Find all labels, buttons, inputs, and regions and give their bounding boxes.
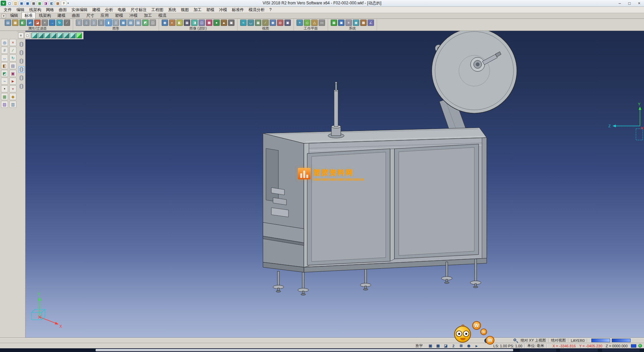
menu-solid-edit[interactable]: 实体编辑 <box>69 7 90 13</box>
menu-flow-analysis[interactable]: 模流分析 <box>246 7 267 13</box>
redraw-icon[interactable]: ▯ <box>76 19 82 26</box>
zoom-previous-icon[interactable]: ▯ <box>98 19 104 26</box>
copy-view-icon[interactable]: ◨ <box>43 1 48 6</box>
workplane-entity-icon[interactable]: △ <box>311 19 318 26</box>
tab-modeling[interactable]: 建模 <box>54 12 68 18</box>
quick-access-caret[interactable]: ▾ <box>67 2 69 5</box>
snapshot-icon[interactable]: ● <box>213 19 220 26</box>
layers-icon[interactable]: ▤ <box>9 62 16 69</box>
menu-modeling[interactable]: 建模 <box>90 7 103 13</box>
shaded-mode-icon[interactable]: ▦ <box>120 19 126 26</box>
workplane-3point-icon[interactable]: ◇ <box>304 19 310 26</box>
menu-system[interactable]: 系统 <box>166 7 178 13</box>
shadow-icon[interactable]: ▦ <box>184 19 190 26</box>
axis-icon[interactable]: + <box>9 85 16 92</box>
palette-icon[interactable]: ▨ <box>1 101 8 108</box>
globe-icon[interactable]: ◉ <box>353 19 359 26</box>
flag-icon[interactable]: ► <box>9 78 16 85</box>
colour-filter-icon[interactable]: ◧ <box>19 19 26 26</box>
right-view-icon[interactable] <box>57 33 63 38</box>
note-icon[interactable]: ▣ <box>9 70 16 77</box>
tab-flow[interactable]: 模流 <box>155 12 169 18</box>
save-all-icon[interactable]: ▦ <box>25 1 30 6</box>
3d-viewport[interactable]: 塑胶资料网 Y X <box>25 31 644 338</box>
colour-table-icon[interactable]: ▦ <box>331 19 337 26</box>
view-mode-label[interactable]: 绝对 XY 上视图 <box>521 338 546 343</box>
reflection-icon[interactable]: ◨ <box>191 19 198 26</box>
absolute-view-label[interactable]: 绝对视图 <box>551 338 566 343</box>
workplane-standard-icon[interactable]: + <box>297 19 303 26</box>
tab-edit[interactable]: 编辑 <box>7 12 21 18</box>
left-view-icon[interactable] <box>51 33 56 38</box>
fill-icon[interactable]: ◩ <box>1 70 8 77</box>
delete-icon[interactable]: × <box>9 39 16 46</box>
minimize-button[interactable]: – <box>615 0 625 6</box>
dynamic-view-icon[interactable]: ≈ <box>240 19 247 26</box>
menu-surface[interactable]: 曲面 <box>56 7 69 13</box>
menu-drafting[interactable]: 工程图 <box>149 7 166 13</box>
transparency-icon[interactable]: ◫ <box>199 19 205 26</box>
menu-file[interactable]: 文件 <box>1 7 14 13</box>
animation-icon[interactable]: ▲ <box>221 19 227 26</box>
ruler-icon[interactable]: ∠ <box>368 19 374 26</box>
quick-pen-icon[interactable]: ∕ <box>64 19 70 26</box>
image-icon[interactable]: ▦ <box>435 344 441 348</box>
shaded-view-icon[interactable] <box>76 33 82 38</box>
print-icon[interactable]: ▤ <box>31 1 36 6</box>
menu-wireframe[interactable]: 线架构 <box>27 7 44 13</box>
focus-view-icon[interactable]: ◎ <box>277 19 283 26</box>
matrix-icon[interactable]: ▩ <box>360 19 367 26</box>
menu-help[interactable]: ? <box>267 7 274 12</box>
render-icon[interactable]: ◉ <box>162 19 168 26</box>
tab-progress-die[interactable]: 冲模 <box>126 12 141 18</box>
display-settings-icon[interactable]: ▣ <box>338 19 344 26</box>
badge-2[interactable]: 2 <box>451 344 456 348</box>
monitor-icon[interactable]: ▣ <box>428 344 433 348</box>
menu-electrode[interactable]: 电极 <box>115 7 128 13</box>
wrench-icon[interactable]: ◪ <box>443 344 448 348</box>
new-file-icon[interactable]: ▢ <box>7 1 12 6</box>
filter-points-icon[interactable] <box>18 49 24 56</box>
cube-axes-icon[interactable]: ⊞ <box>459 344 464 348</box>
eye-icon[interactable]: ◉ <box>466 344 472 348</box>
zoom-window-icon[interactable]: ▯ <box>91 19 97 26</box>
rotate-view-icon[interactable]: ▯ <box>113 19 119 26</box>
snap-toggle[interactable]: 拴宇 <box>416 343 423 348</box>
clipboard-icon[interactable]: ▥ <box>9 101 16 108</box>
point-icon[interactable]: • <box>1 85 8 92</box>
sketch-line-icon[interactable]: ∕ <box>9 47 16 54</box>
tab-machining[interactable]: 加工 <box>141 12 155 18</box>
erase-attributes-icon[interactable]: ◪ <box>34 19 41 26</box>
close-button[interactable]: × <box>634 0 644 6</box>
front-view-icon[interactable] <box>38 33 44 38</box>
attribute-brush-icon[interactable]: ▦ <box>12 19 18 26</box>
zoom-select-icon[interactable]: ◎ <box>1 39 8 46</box>
bottom-view-icon[interactable] <box>70 33 75 38</box>
group-icon[interactable]: ▦ <box>1 93 8 100</box>
tab-mould[interactable]: 塑模 <box>112 12 126 18</box>
menu-standard-parts[interactable]: 标准件 <box>229 7 246 13</box>
filter-annotations-icon[interactable] <box>18 83 24 90</box>
move-filter-icon[interactable]: → <box>49 19 55 26</box>
tab-standard[interactable]: 标准 <box>21 12 36 18</box>
tab-surface[interactable]: 曲面 <box>69 12 83 18</box>
curvature-view-icon[interactable]: ◡ <box>248 19 254 26</box>
curve-icon[interactable]: ~ <box>1 78 8 85</box>
rotate-filter-icon[interactable]: ↻ <box>56 19 63 26</box>
open-file-icon[interactable]: ◫ <box>13 1 18 6</box>
material-icon[interactable]: ◐ <box>169 19 175 26</box>
auto-badge[interactable]: A <box>484 338 489 343</box>
perspective-icon[interactable]: ◩ <box>142 19 149 26</box>
item-properties-icon[interactable]: ▤ <box>5 19 11 26</box>
menu-mould[interactable]: 塑模 <box>204 7 217 13</box>
visi-logo[interactable]: V <box>1 1 6 6</box>
menu-dimension[interactable]: 尺寸标注 <box>128 7 149 13</box>
maximize-button[interactable]: □ <box>625 0 634 6</box>
menu-progress-die[interactable]: 冲模 <box>217 7 229 13</box>
hidden-line-icon[interactable]: ▨ <box>135 19 141 26</box>
plot-preview-icon[interactable]: ▥ <box>37 1 42 6</box>
move-icon[interactable]: ↔ <box>1 54 8 61</box>
clip-plane-icon[interactable]: ▩ <box>206 19 212 26</box>
view-list-icon[interactable]: ≡ <box>18 33 24 38</box>
workplane-view-icon[interactable]: ▭ <box>319 19 325 26</box>
